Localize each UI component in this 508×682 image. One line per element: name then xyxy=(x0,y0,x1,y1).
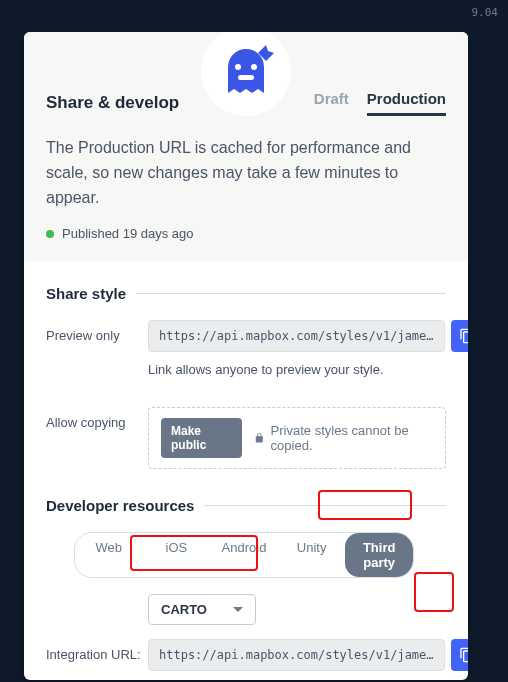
status-text: Published 19 days ago xyxy=(62,226,194,241)
preview-label: Preview only xyxy=(46,320,148,343)
svg-point-1 xyxy=(251,64,257,70)
tab-third-party[interactable]: Third party xyxy=(345,533,413,577)
allow-copying-box: Make public Private styles cannot be cop… xyxy=(148,407,446,469)
allow-copying-label: Allow copying xyxy=(46,407,148,430)
clipboard-icon xyxy=(459,328,468,344)
panel-title: Share & develop xyxy=(46,93,179,113)
integration-select-value: CARTO xyxy=(161,602,207,617)
copy-preview-button[interactable] xyxy=(451,320,468,352)
copy-integration-button[interactable] xyxy=(451,639,468,671)
env-tabs: Draft Production xyxy=(314,90,446,116)
version-label: 9.04 xyxy=(472,6,499,19)
share-style-heading: Share style xyxy=(46,285,446,302)
integration-url-field[interactable]: https://api.mapbox.com/styles/v1/jame… xyxy=(148,639,445,671)
status-dot-icon xyxy=(46,230,54,238)
svg-rect-2 xyxy=(238,75,254,80)
publish-status: Published 19 days ago xyxy=(46,226,446,241)
integration-url-label: Integration URL: xyxy=(46,639,148,662)
make-public-button[interactable]: Make public xyxy=(161,418,242,458)
private-hint-text: Private styles cannot be copied. xyxy=(271,423,433,453)
header-description: The Production URL is cached for perform… xyxy=(46,136,446,210)
platform-tabs: Web iOS Android Unity Third party xyxy=(74,532,414,578)
tab-production[interactable]: Production xyxy=(367,90,446,116)
private-hint: Private styles cannot be copied. xyxy=(254,423,433,453)
tab-android[interactable]: Android xyxy=(210,533,278,577)
chevron-down-icon xyxy=(233,605,243,615)
share-panel: Share & develop Draft Production The Pro… xyxy=(24,32,468,680)
tab-draft[interactable]: Draft xyxy=(314,90,349,116)
developer-resources-heading: Developer resources xyxy=(46,497,446,514)
tab-web[interactable]: Web xyxy=(75,533,143,577)
svg-point-0 xyxy=(235,64,241,70)
clipboard-icon xyxy=(459,647,468,663)
preview-url-field[interactable]: https://api.mapbox.com/styles/v1/jame… xyxy=(148,320,445,352)
preview-hint: Link allows anyone to preview your style… xyxy=(148,362,468,377)
tab-ios[interactable]: iOS xyxy=(143,533,211,577)
integration-select[interactable]: CARTO xyxy=(148,594,256,625)
lock-icon xyxy=(254,432,265,444)
panel-body: Share style Preview only https://api.map… xyxy=(24,261,468,680)
panel-header: Share & develop Draft Production The Pro… xyxy=(24,32,468,261)
tab-unity[interactable]: Unity xyxy=(278,533,346,577)
